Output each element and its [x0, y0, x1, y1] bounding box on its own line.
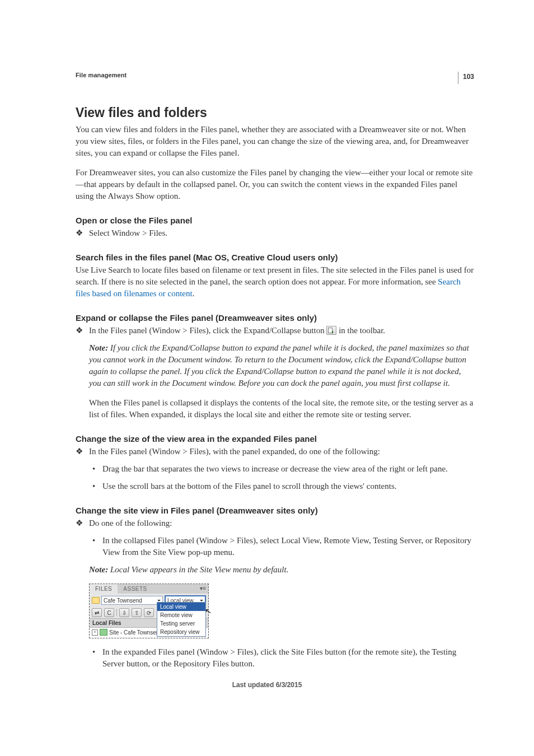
- search-paragraph-text: Use Live Search to locate files based on…: [76, 265, 474, 286]
- diamond-bullet-icon: ❖: [76, 325, 83, 337]
- panel-menu-icon[interactable]: ▾≡: [198, 584, 208, 594]
- change-view-note: Note: Local View appears in the Site Vie…: [89, 564, 474, 576]
- section-resize-heading: Change the size of the view area in the …: [76, 434, 474, 444]
- change-view-intro: Do one of the following:: [89, 517, 172, 529]
- expand-tree-icon[interactable]: +: [92, 629, 98, 636]
- bullet-icon: •: [92, 480, 97, 492]
- section-change-view-heading: Change the site view in Files panel (Dre…: [76, 506, 474, 515]
- expand-collapse-text-b: in the toolbar.: [339, 326, 385, 335]
- note-text: If you click the Expand/Collapse button …: [89, 343, 469, 388]
- refresh-icon[interactable]: C: [104, 608, 114, 617]
- running-head: File management: [76, 72, 474, 78]
- bullet-icon: •: [92, 646, 97, 670]
- files-panel-screenshot: FILES ASSETS ▾≡ Cafe Townsend Local view…: [89, 584, 209, 638]
- toolbar-divider: [116, 609, 117, 617]
- intro-paragraph-2: For Dreamweaver sites, you can also cust…: [76, 167, 474, 202]
- expand-collapse-text-a: In the Files panel (Window > Files), cli…: [89, 326, 326, 335]
- resize-option-scroll: Use the scroll bars at the bottom of the…: [102, 480, 397, 492]
- diamond-bullet-icon: ❖: [76, 227, 83, 239]
- change-view-collapsed: In the collapsed Files panel (Window > F…: [102, 535, 474, 558]
- expand-collapse-note: Note: If you click the Expand/Collapse b…: [89, 342, 474, 389]
- diamond-bullet-icon: ❖: [76, 446, 83, 458]
- menu-item-remote-view[interactable]: Remote view: [157, 611, 205, 619]
- resize-option-drag: Drag the bar that separates the two view…: [102, 463, 448, 475]
- site-name-label: Cafe Townsend: [104, 598, 142, 604]
- search-paragraph: Use Live Search to locate files based on…: [76, 264, 474, 300]
- site-dropdown[interactable]: Cafe Townsend: [101, 596, 163, 605]
- bullet-icon: •: [92, 463, 97, 475]
- bullet-icon: •: [92, 535, 97, 558]
- page-title: View files and folders: [76, 105, 474, 120]
- open-close-instruction: Select Window > Files.: [89, 227, 167, 239]
- diamond-bullet-icon: ❖: [76, 517, 83, 529]
- search-paragraph-tail: .: [193, 289, 195, 298]
- menu-item-testing-server[interactable]: Testing server: [157, 619, 205, 628]
- expand-collapse-icon: [326, 326, 336, 335]
- page-footer: Last updated 6/3/2015: [0, 681, 534, 689]
- tab-files[interactable]: FILES: [90, 584, 118, 594]
- note-label: Note:: [89, 565, 110, 574]
- change-view-expanded: In the expanded Files panel (Window > Fi…: [102, 646, 474, 670]
- get-icon[interactable]: ⇩: [119, 608, 129, 617]
- note-label: Note:: [89, 343, 110, 352]
- put-icon[interactable]: ⇧: [132, 608, 142, 617]
- section-open-close-heading: Open or close the Files panel: [76, 216, 474, 225]
- tree-row-label: Site - Cafe Townsen: [109, 629, 159, 636]
- intro-paragraph-1: You can view files and folders in the Fi…: [76, 124, 474, 159]
- expand-collapse-instruction: In the Files panel (Window > Files), cli…: [89, 325, 385, 337]
- resize-intro: In the Files panel (Window > Files), wit…: [89, 446, 380, 458]
- folder-icon: [92, 597, 100, 604]
- sync-icon[interactable]: ⟳: [144, 608, 154, 617]
- site-folder-icon: [100, 629, 107, 636]
- expand-collapse-behavior: When the Files panel is collapsed it dis…: [89, 397, 474, 421]
- section-expand-collapse-heading: Expand or collapse the Files panel (Drea…: [76, 313, 474, 323]
- note-text: Local View appears in the Site View menu…: [110, 565, 289, 574]
- connect-icon[interactable]: ⇄: [92, 608, 102, 617]
- menu-item-repository-view[interactable]: Repository view: [157, 628, 205, 636]
- site-view-menu[interactable]: Local view Remote view Testing server Re…: [157, 602, 206, 637]
- menu-item-local-view[interactable]: Local view: [157, 603, 205, 611]
- section-search-heading: Search files in the files panel (Mac OS,…: [76, 253, 474, 262]
- tab-assets[interactable]: ASSETS: [118, 584, 152, 594]
- page-number: 103: [458, 72, 474, 84]
